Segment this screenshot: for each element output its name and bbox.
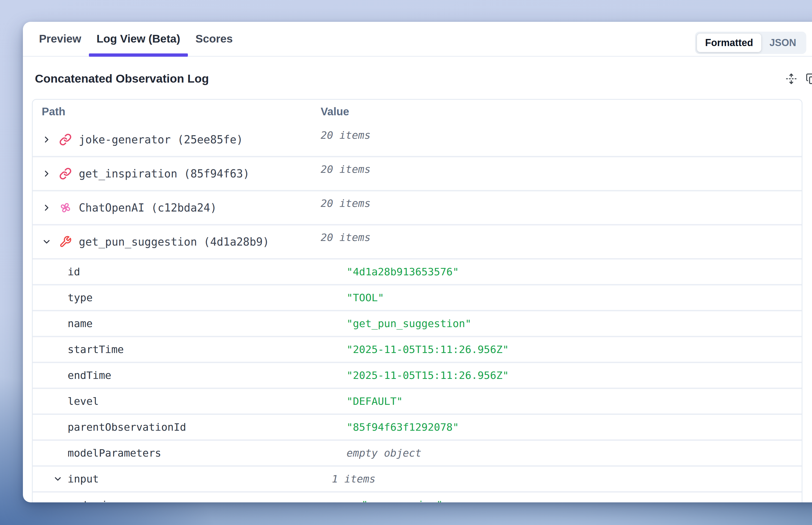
toggle-option-json[interactable]: JSON — [761, 33, 804, 52]
log-row[interactable]: level"DEFAULT" — [33, 388, 802, 414]
chevron-right-icon[interactable] — [42, 135, 51, 145]
tab-bar: Preview Log View (Beta) Scores Formatted… — [23, 22, 812, 57]
log-row[interactable]: input1 items — [33, 465, 802, 491]
value-cell: 20 items — [321, 191, 802, 224]
value-cell: 20 items — [321, 157, 802, 190]
tab-scores[interactable]: Scores — [188, 22, 240, 56]
field-value: "2025-11-05T15:11:26.956Z" — [346, 369, 509, 381]
table-header-row: Path Value — [33, 100, 802, 123]
log-row[interactable]: modelParametersempty object — [33, 439, 802, 465]
path-cell: endTime — [33, 363, 346, 388]
field-key: modelParameters — [68, 447, 161, 459]
value-cell: empty object — [346, 441, 802, 465]
field-key: level — [68, 395, 99, 407]
value-summary: 1 items — [332, 473, 375, 485]
path-cell: ChatOpenAI (c12bda24) — [33, 191, 321, 224]
observation-label: joke-generator (25ee85fe) — [79, 133, 243, 146]
chevron-down-icon[interactable] — [53, 474, 63, 484]
path-cell: type — [33, 285, 346, 310]
value-cell: 20 items — [321, 225, 802, 258]
field-key: endTime — [68, 369, 111, 381]
chevron-down-icon[interactable] — [42, 237, 51, 247]
observation-label: get_pun_suggestion (4d1a28b9) — [79, 236, 269, 248]
path-cell: name — [33, 311, 346, 336]
field-value: "TOOL" — [346, 292, 384, 304]
section-toolbar — [785, 73, 812, 85]
observation-label: get_inspiration (85f94f63) — [79, 167, 250, 180]
log-row[interactable]: type"TOOL" — [33, 284, 802, 310]
value-summary: empty object — [346, 447, 422, 459]
chevron-right-icon[interactable] — [42, 203, 51, 213]
log-section-header: Concatenated Observation Log — [35, 72, 812, 85]
path-cell: joke-generator (25ee85fe) — [33, 123, 321, 156]
section-title: Concatenated Observation Log — [35, 72, 209, 85]
field-key: id — [68, 266, 80, 278]
value-cell: "TOOL" — [346, 285, 802, 310]
value-cell: "get_pun_suggestion" — [346, 311, 802, 336]
path-cell: parentObservationId — [33, 415, 346, 439]
path-cell: input — [33, 467, 332, 491]
log-row[interactable]: name"get_pun_suggestion" — [33, 310, 802, 336]
value-cell: 20 items — [321, 123, 802, 156]
log-row[interactable]: get_pun_suggestion (4d1a28b9)20 items — [33, 224, 802, 258]
value-summary: 20 items — [321, 129, 371, 141]
path-cell: id — [33, 259, 346, 284]
log-row[interactable]: joke-generator (25ee85fe)20 items — [33, 123, 802, 156]
observation-log-table: Path Value joke-generator (25ee85fe)20 i… — [32, 99, 802, 502]
tab-preview[interactable]: Preview — [31, 22, 89, 56]
path-cell: get_inspiration (85f94f63) — [33, 157, 321, 190]
field-value: "4d1a28b913653576" — [346, 266, 459, 278]
column-header-value: Value — [321, 100, 802, 123]
log-row[interactable]: id"4d1a28b913653576" — [33, 258, 802, 284]
value-cell: "programming" — [361, 493, 802, 502]
observation-label: ChatOpenAI (c12bda24) — [79, 201, 217, 214]
field-key: type — [68, 292, 93, 304]
tab-log-view[interactable]: Log View (Beta) — [89, 22, 188, 56]
value-cell: "85f94f63f1292078" — [346, 415, 802, 439]
value-cell: "2025-11-05T15:11:26.956Z" — [346, 363, 802, 388]
pinwheel-icon — [59, 201, 72, 214]
log-row[interactable]: startTime"2025-11-05T15:11:26.956Z" — [33, 336, 802, 362]
format-toggle: Formatted JSON — [695, 32, 806, 54]
field-value: "2025-11-05T15:11:26.956Z" — [346, 343, 509, 356]
value-summary: 20 items — [321, 197, 371, 209]
value-cell: "4d1a28b913653576" — [346, 259, 802, 284]
path-cell: level — [33, 389, 346, 414]
field-key: name — [68, 318, 93, 330]
wrench-icon — [59, 236, 72, 248]
value-summary: 20 items — [321, 163, 371, 175]
log-row[interactable]: parentObservationId"85f94f63f1292078" — [33, 414, 802, 439]
field-value: "get_pun_suggestion" — [346, 318, 471, 330]
field-value: "DEFAULT" — [346, 395, 403, 407]
trace-detail-card: Preview Log View (Beta) Scores Formatted… — [23, 22, 812, 502]
value-cell: "2025-11-05T15:11:26.956Z" — [346, 337, 802, 362]
log-row[interactable]: endTime"2025-11-05T15:11:26.956Z" — [33, 362, 802, 388]
link-icon — [59, 133, 72, 146]
toggle-option-formatted[interactable]: Formatted — [697, 33, 761, 52]
chevron-right-icon[interactable] — [42, 169, 51, 179]
log-row[interactable]: ChatOpenAI (c12bda24)20 items — [33, 190, 802, 224]
log-row[interactable]: get_inspiration (85f94f63)20 items — [33, 156, 802, 190]
path-cell: topic — [33, 493, 361, 502]
value-cell: 1 items — [332, 467, 802, 491]
log-row[interactable]: topic"programming" — [33, 491, 802, 502]
link-icon — [59, 167, 72, 180]
path-cell: modelParameters — [33, 441, 346, 465]
value-cell: "DEFAULT" — [346, 389, 802, 414]
unfold-vertical-icon[interactable] — [785, 73, 797, 85]
field-value: "programming" — [361, 499, 443, 502]
field-value: "85f94f63f1292078" — [346, 421, 459, 433]
copy-icon[interactable] — [806, 73, 812, 85]
field-key: input — [68, 473, 99, 485]
value-summary: 20 items — [321, 231, 371, 243]
field-key: startTime — [68, 343, 124, 356]
field-key: topic — [83, 499, 114, 502]
path-cell: get_pun_suggestion (4d1a28b9) — [33, 225, 321, 258]
column-header-path: Path — [33, 100, 321, 123]
path-cell: startTime — [33, 337, 346, 362]
field-key: parentObservationId — [68, 421, 186, 433]
